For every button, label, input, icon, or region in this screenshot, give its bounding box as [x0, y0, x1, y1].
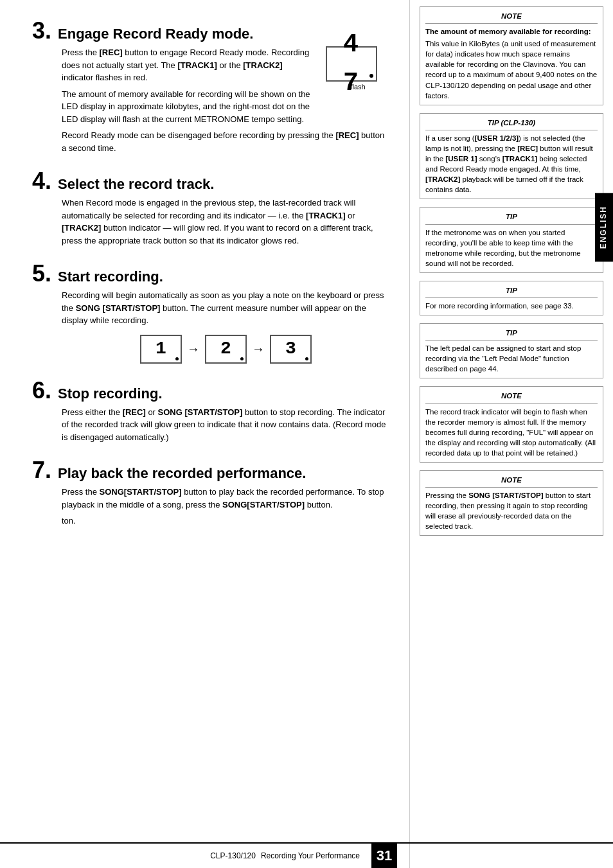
sidebar-note-1: NOTE The amount of memory available for … [420, 6, 603, 105]
sidebar-note-2-body: The record track indicator will begin to… [425, 407, 598, 458]
step-3-number: 3. [32, 19, 51, 42]
step-4-body: When Record mode is engaged in the previ… [32, 197, 390, 247]
step-4-header: 4. Select the record track. [32, 170, 390, 193]
model-label: CLP-130/120 [210, 851, 256, 860]
sidebar: NOTE The amount of memory available for … [410, 0, 613, 868]
sidebar-note-3-title: NOTE [425, 475, 598, 488]
step-3-para-3: Record Ready mode can be disengaged befo… [62, 129, 390, 154]
measure-box-3: 3 [270, 335, 312, 364]
step-3-para-1: Press the [REC] button to engage Record … [62, 46, 313, 84]
measure-box-1: 1 [140, 335, 182, 364]
measure-dot-2 [240, 357, 244, 360]
sidebar-tip-1-body: If the metronome was on when you started… [425, 227, 598, 269]
measure-value-3: 3 [285, 335, 296, 362]
page-container: 3. Engage Record Ready mode. Press the [… [0, 0, 613, 868]
sidebar-tip-2-title: TIP [425, 285, 598, 298]
english-tab: ENGLISH [595, 193, 613, 261]
sidebar-tip-3-title: TIP [425, 328, 598, 341]
step-4-number: 4. [32, 170, 51, 193]
measure-display: 1 → 2 → 3 [62, 335, 390, 364]
step-7: 7. Play back the recorded performance. P… [32, 459, 390, 527]
step-4-title: Select the record track. [58, 176, 214, 193]
step-7-body: Press the SONG[START/STOP] button to pla… [32, 486, 390, 527]
step-5: 5. Start recording. Recording will begin… [32, 262, 390, 364]
step-5-title: Start recording. [58, 269, 163, 285]
measure-dot-3 [305, 357, 308, 360]
step-3-display-area: 4 7 flash [326, 46, 390, 98]
step-3-text: Press the [REC] button to engage Record … [62, 46, 313, 129]
sidebar-note-2: NOTE The record track indicator will beg… [420, 386, 603, 463]
sidebar-tip-3-body: The left pedal can be assigned to start … [425, 343, 598, 374]
measure-box-2: 2 [205, 335, 247, 364]
step-7-title: Play back the recorded performance. [58, 465, 306, 482]
led-display: 4 7 [326, 46, 377, 82]
sidebar-tip-clp130-title: TIP (CLP-130) [425, 118, 598, 130]
arrow-1: → [187, 339, 200, 359]
sidebar-note-1-body: This value in KiloBytes (a unit used of … [425, 39, 598, 101]
measure-value-1: 1 [155, 335, 166, 362]
step-3-body: Press the [REC] button to engage Record … [32, 46, 390, 154]
sidebar-tip-1: TIP If the metronome was on when you sta… [420, 207, 603, 272]
step-4-para-1: When Record mode is engaged in the previ… [62, 197, 390, 247]
step-7-para-1: Press the SONG[START/STOP] button to pla… [62, 486, 390, 511]
sidebar-note-1-subtitle: The amount of memory available for recor… [425, 26, 598, 37]
step-3-para-2: The amount of memory available for recor… [62, 88, 313, 126]
sidebar-note-2-title: NOTE [425, 391, 598, 403]
step-3: 3. Engage Record Ready mode. Press the [… [32, 19, 390, 154]
measure-dot-1 [175, 357, 179, 360]
step-5-number: 5. [32, 262, 51, 285]
sidebar-tip-2: TIP For more recording information, see … [420, 281, 603, 315]
chapter-label: Recording Your Performance [261, 851, 360, 860]
step-6-para-1: Press either the [REC] or SONG [START/ST… [62, 406, 390, 444]
step-6-header: 6. Stop recording. [32, 379, 390, 402]
arrow-2: → [252, 339, 265, 359]
main-content: 3. Engage Record Ready mode. Press the [… [0, 0, 410, 868]
sidebar-tip-3: TIP The left pedal can be assigned to st… [420, 323, 603, 378]
step-7-header: 7. Play back the recorded performance. [32, 459, 390, 482]
bottom-bar: CLP-130/120 Recording Your Performance 3… [0, 842, 613, 868]
bottom-page-info: CLP-130/120 Recording Your Performance 3… [0, 843, 410, 868]
step-7-para-2: ton. [62, 515, 390, 527]
sidebar-tip-clp130: TIP (CLP-130) If a user song ([USER 1/2/… [420, 113, 603, 200]
sidebar-tip-2-body: For more recording information, see page… [425, 301, 598, 311]
step-7-number: 7. [32, 459, 51, 482]
led-dot [369, 74, 373, 78]
step-6-body: Press either the [REC] or SONG [START/ST… [32, 406, 390, 444]
step-5-body: Recording will begin automatically as so… [32, 289, 390, 364]
measure-value-2: 2 [220, 335, 231, 362]
step-3-title: Engage Record Ready mode. [58, 26, 253, 42]
sidebar-note-3-body: Pressing the SONG [START/STOP] button to… [425, 490, 598, 531]
sidebar-note-1-title: NOTE [425, 11, 598, 24]
step-5-header: 5. Start recording. [32, 262, 390, 285]
step-6: 6. Stop recording. Press either the [REC… [32, 379, 390, 444]
step-4: 4. Select the record track. When Record … [32, 170, 390, 247]
sidebar-note-3: NOTE Pressing the SONG [START/STOP] butt… [420, 470, 603, 536]
page-number: 31 [371, 843, 397, 868]
step-6-title: Stop recording. [58, 385, 163, 402]
step-6-number: 6. [32, 379, 51, 402]
sidebar-tip-clp130-body: If a user song ([USER 1/2/3]) is not sel… [425, 133, 598, 195]
led-value: 4 7 [327, 26, 376, 103]
sidebar-tip-1-title: TIP [425, 211, 598, 224]
step-5-para-1: Recording will begin automatically as so… [62, 289, 390, 327]
